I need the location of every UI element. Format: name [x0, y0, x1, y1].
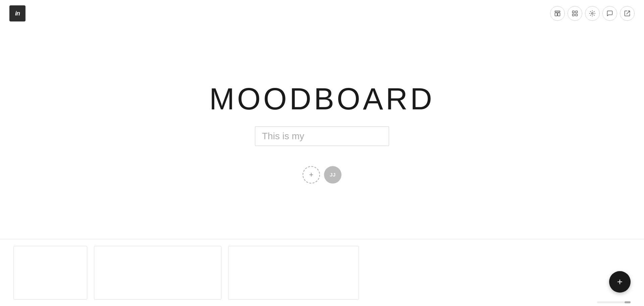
svg-rect-3 [573, 11, 575, 13]
main-content: MOODBOARD + JJ [0, 27, 644, 238]
board-card-1 [13, 246, 87, 300]
grid-icon [572, 10, 578, 17]
layout-button[interactable] [550, 6, 565, 21]
header: in [0, 0, 644, 27]
grid-button[interactable] [568, 6, 582, 21]
add-collaborator-label: + [309, 170, 314, 179]
settings-button[interactable] [585, 6, 600, 21]
share-icon [624, 10, 631, 17]
layout-icon [554, 10, 561, 17]
svg-line-8 [627, 11, 630, 14]
svg-rect-5 [573, 14, 575, 16]
svg-rect-4 [576, 11, 578, 13]
collaborators-row: + JJ [303, 166, 341, 184]
board-card-2 [94, 246, 221, 300]
collaborator-avatar[interactable]: JJ [324, 166, 341, 184]
logo[interactable]: in [9, 5, 25, 21]
subtitle-input[interactable] [255, 126, 389, 146]
comment-button[interactable] [602, 6, 617, 21]
svg-point-7 [592, 13, 593, 14]
svg-rect-1 [555, 13, 557, 16]
moodboard-title: MOODBOARD [209, 82, 435, 116]
share-button[interactable] [620, 6, 635, 21]
svg-rect-0 [555, 11, 560, 12]
logo-text: in [15, 10, 20, 17]
svg-rect-2 [558, 13, 560, 16]
top-nav [550, 6, 635, 21]
scrollbar-thumb[interactable] [625, 301, 631, 303]
settings-icon [589, 10, 596, 17]
comment-icon [606, 10, 613, 17]
svg-rect-6 [576, 14, 578, 16]
bottom-section [0, 239, 644, 306]
scrollbar-track [597, 301, 631, 303]
fab-label: + [617, 276, 623, 287]
board-card-3 [228, 246, 359, 300]
fab-add-button[interactable]: + [609, 271, 631, 293]
collaborator-initials: JJ [330, 172, 336, 177]
add-collaborator-button[interactable]: + [303, 166, 320, 184]
